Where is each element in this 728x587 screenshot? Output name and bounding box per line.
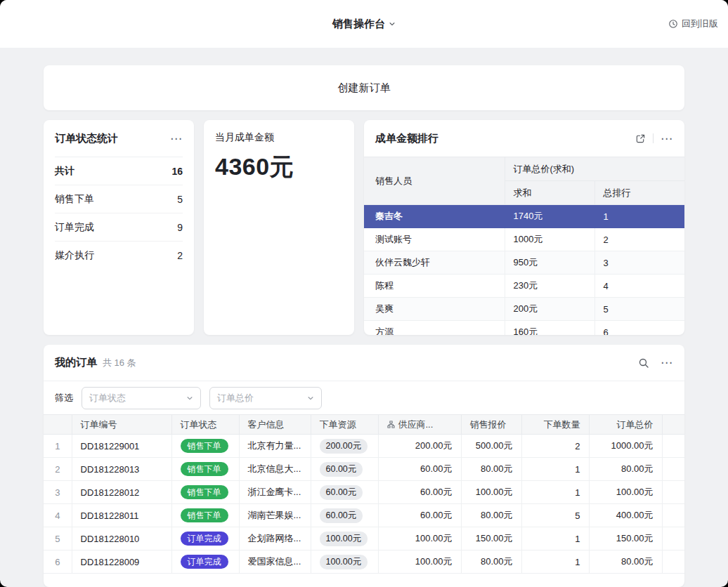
total-cell: 80.00元 [589,458,662,481]
quote-cell: 150.00元 [461,527,521,550]
rank-row[interactable]: 测试账号 1000元 2 [364,228,684,251]
restore-icon [668,19,678,29]
status-cell: 销售下单 [171,435,239,458]
stat-value: 9 [177,222,183,233]
quote-cell: 80.00元 [461,504,521,527]
status-badge: 销售下单 [181,508,228,522]
stat-label: 媒介执行 [55,249,94,262]
rank-position: 2 [594,228,684,251]
orders-header-row: 订单编号 订单状态 客户信息 下单资源 供应商... 销售报价 下单数量 订单 [44,415,684,435]
dashboard-content: 创建新订单 订单状态统计 ⋯ 共计 16 销售下单 5 [0,48,728,587]
qty-cell: 5 [521,504,589,527]
rank-row[interactable]: 方源 160元 6 [364,321,684,336]
rank-row[interactable]: 吴爽 200元 5 [364,298,684,321]
stat-label: 共计 [55,165,74,178]
resource-chip: 60.00元 [320,462,363,477]
rank-sum: 200元 [505,298,594,321]
chevron-down-icon [307,395,314,402]
search-icon[interactable] [638,357,649,369]
resource-cell: 60.00元 [311,481,378,504]
order-status-filter-select[interactable]: 订单状态 [82,387,201,409]
rank-sum: 1740元 [505,205,594,228]
app-window: 销售操作台 回到旧版 创建新订单 订单状态统计 ⋯ 共计 [0,0,728,587]
col-header-quote: 销售报价 [461,415,521,435]
month-amount-title: 当月成单金额 [215,131,343,144]
rank-sum: 1000元 [505,228,594,251]
stat-row[interactable]: 订单完成 9 [55,213,183,242]
order-row[interactable]: 1 DD181229001 销售下单 北京有力量... 200.00元 200.… [44,435,684,458]
stat-row[interactable]: 销售下单 5 [55,185,183,213]
my-orders-card: 我的订单 共 16 条 ⋯ 筛选 订单状态 订单总价 [44,345,684,587]
status-stat-list: 共计 16 销售下单 5 订单完成 9 媒介执行 2 [44,157,194,270]
row-number: 2 [44,458,72,481]
order-row[interactable]: 2 DD181228013 销售下单 北京信息大... 60.00元 60.00… [44,458,684,481]
status-badge: 订单完成 [181,532,228,546]
rank-row[interactable]: 陈程 230元 4 [364,275,684,298]
open-in-new-icon[interactable] [635,133,646,144]
rank-position: 5 [594,298,684,321]
rank-sum: 230元 [505,275,594,298]
qty-cell: 1 [521,481,589,504]
more-menu-icon[interactable]: ⋯ [170,133,183,145]
rank-person: 伙伴云魏少轩 [364,251,505,275]
supplier-cell: 100.00元 [378,527,461,550]
qty-cell: 2 [521,435,589,458]
filter-bar: 筛选 订单状态 订单总价 [44,381,684,414]
stub-cell [662,550,684,574]
rank-person: 吴爽 [364,298,505,321]
row-number: 5 [44,527,72,550]
stat-value: 2 [177,250,183,261]
quote-cell: 80.00元 [461,550,521,574]
status-badge: 销售下单 [181,485,228,499]
month-amount-card: 当月成单金额 4360元 [204,120,354,335]
ranking-title: 成单金额排行 [375,132,438,145]
total-cell: 400.00元 [589,504,662,527]
status-badge: 销售下单 [181,462,228,476]
ranking-table: 销售人员 订单总价(求和) 求和 总排行 秦吉冬 1740元 1 [364,157,684,335]
rank-position: 3 [594,251,684,275]
stat-label: 销售下单 [55,193,94,206]
order-row[interactable]: 4 DD181228011 销售下单 湖南芒果娱... 60.00元 60.00… [44,504,684,527]
stats-row: 订单状态统计 ⋯ 共计 16 销售下单 5 订单完成 9 [44,120,684,335]
col-header-order-total-group: 订单总价(求和) [505,157,684,181]
stub-cell [662,435,684,458]
row-number: 1 [44,435,72,458]
resource-chip: 100.00元 [320,555,368,569]
top-bar: 销售操作台 回到旧版 [0,0,728,48]
col-header-sum: 求和 [505,181,594,205]
col-header-order-no: 订单编号 [72,415,171,435]
status-badge: 销售下单 [181,439,228,453]
stat-label: 订单完成 [55,221,94,234]
col-header-supplier: 供应商... [378,415,461,435]
workspace-switcher[interactable]: 销售操作台 [332,18,396,31]
qty-cell: 1 [521,527,589,550]
chevron-down-icon [186,395,193,402]
order-status-stats-card: 订单状态统计 ⋯ 共计 16 销售下单 5 订单完成 9 [44,120,194,335]
order-total-filter-select[interactable]: 订单总价 [209,387,322,409]
total-cell: 100.00元 [589,481,662,504]
customer-cell: 爱国家信息... [239,550,311,574]
supplier-cell: 200.00元 [378,435,461,458]
rank-row[interactable]: 秦吉冬 1740元 1 [364,205,684,228]
more-menu-icon[interactable]: ⋯ [661,357,673,369]
order-total-filter-placeholder: 订单总价 [217,392,254,404]
back-to-old-version-link[interactable]: 回到旧版 [668,18,718,30]
deal-amount-ranking-card: 成单金额排行 ⋯ 销售人员 订单总价(求和) [364,120,684,335]
rank-person: 秦吉冬 [364,205,505,228]
customer-cell: 北京信息大... [239,458,311,481]
stat-row[interactable]: 媒介执行 2 [55,242,183,270]
resource-chip: 60.00元 [320,508,363,523]
more-menu-icon[interactable]: ⋯ [661,133,673,145]
order-row[interactable]: 5 DD181228010 订单完成 企划路网络... 100.00元 100.… [44,527,684,550]
create-new-order-button[interactable]: 创建新订单 [44,65,684,110]
rank-row[interactable]: 伙伴云魏少轩 950元 3 [364,251,684,275]
order-row[interactable]: 3 DD181228012 销售下单 浙江金鹰卡... 60.00元 60.00… [44,481,684,504]
stub-cell [662,504,684,527]
rank-sum: 160元 [505,321,594,336]
stat-row-total[interactable]: 共计 16 [55,157,183,185]
col-header-resource: 下单资源 [311,415,378,435]
order-row[interactable]: 6 DD181228009 订单完成 爱国家信息... 100.00元 100.… [44,550,684,574]
my-orders-title: 我的订单 [55,356,97,369]
rank-person: 方源 [364,321,505,336]
col-header-status: 订单状态 [171,415,239,435]
